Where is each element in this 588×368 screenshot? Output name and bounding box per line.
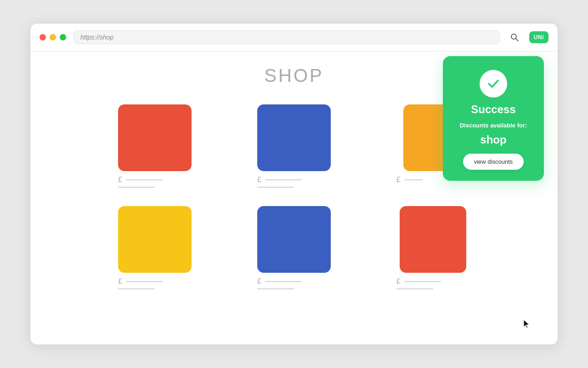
price-row: £ (396, 176, 423, 184)
search-icon (510, 33, 519, 42)
price-row: £ (118, 277, 163, 286)
price-line (126, 281, 163, 282)
product-info: £ (118, 176, 192, 188)
url-text: https://shop (80, 34, 113, 41)
uni-badge: UNi (529, 31, 548, 43)
product-card[interactable]: £ (363, 201, 503, 294)
desc-line (257, 187, 294, 188)
currency-symbol: £ (118, 277, 122, 286)
product-info: £ (118, 277, 192, 289)
desc-line (257, 288, 294, 289)
price-line (265, 179, 302, 180)
desc-line (118, 288, 155, 289)
success-check-circle (480, 70, 507, 98)
price-row: £ (118, 176, 163, 184)
title-bar: https://shop UNi (30, 23, 558, 52)
price-line (265, 281, 302, 282)
cursor (523, 319, 532, 328)
price-row: £ (257, 277, 302, 286)
success-title: Success (471, 103, 515, 116)
address-bar[interactable]: https://shop (74, 30, 500, 44)
search-button[interactable] (507, 30, 522, 45)
currency-symbol: £ (257, 176, 261, 184)
traffic-lights (40, 34, 66, 40)
traffic-light-red[interactable] (40, 34, 46, 40)
success-subtitle: Discounts available for: (460, 121, 527, 130)
price-line (404, 179, 423, 180)
price-row: £ (257, 176, 302, 184)
success-popup: Success Discounts available for: shop vi… (443, 56, 544, 181)
product-image (118, 104, 192, 171)
svg-line-1 (515, 39, 518, 41)
product-card[interactable]: £ (225, 100, 364, 192)
product-info: £ (396, 277, 470, 289)
product-image (118, 206, 192, 273)
traffic-light-green[interactable] (60, 34, 66, 40)
product-card[interactable]: £ (85, 201, 225, 294)
product-image (257, 206, 331, 273)
browser-window: https://shop UNi SHOP £ (30, 23, 558, 345)
desc-line (396, 288, 433, 289)
check-icon (486, 76, 501, 91)
currency-symbol: £ (396, 176, 401, 184)
success-shop-name: shop (480, 133, 506, 146)
product-card[interactable]: £ (85, 100, 225, 192)
product-info: £ (257, 176, 331, 188)
currency-symbol: £ (118, 176, 122, 184)
currency-symbol: £ (396, 277, 401, 286)
product-image (257, 104, 331, 171)
page-content: SHOP £ £ (30, 52, 558, 345)
currency-symbol: £ (257, 277, 261, 286)
price-line (404, 281, 441, 282)
price-line (126, 179, 163, 180)
traffic-light-yellow[interactable] (50, 34, 56, 40)
product-card[interactable]: £ (225, 201, 364, 294)
desc-line (118, 187, 155, 188)
view-discounts-button[interactable]: view discounts (463, 154, 524, 170)
price-row: £ (396, 277, 441, 286)
product-info: £ (257, 277, 331, 289)
product-image (400, 206, 466, 273)
